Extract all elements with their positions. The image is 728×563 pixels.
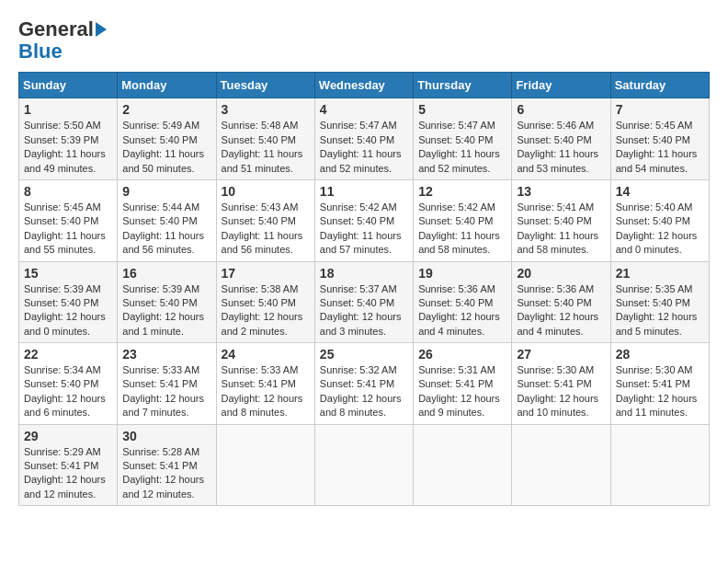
calendar-header-row: SundayMondayTuesdayWednesdayThursdayFrid…	[19, 73, 710, 98]
day-info: Sunrise: 5:33 AM Sunset: 5:41 PM Dayligh…	[222, 363, 310, 420]
day-number: 19	[418, 266, 506, 281]
day-info: Sunrise: 5:37 AM Sunset: 5:40 PM Dayligh…	[320, 282, 408, 339]
day-number: 22	[24, 347, 112, 362]
daylight-label: Daylight: 12 hours and 5 minutes.	[616, 311, 698, 336]
calendar-cell: 1 Sunrise: 5:50 AM Sunset: 5:39 PM Dayli…	[19, 98, 118, 180]
calendar-cell: 11 Sunrise: 5:42 AM Sunset: 5:40 PM Dayl…	[314, 179, 413, 261]
logo-blue: Blue	[18, 40, 63, 63]
day-number: 26	[418, 347, 506, 362]
sunset-label: Sunset: 5:40 PM	[517, 297, 591, 308]
day-number: 30	[122, 429, 210, 443]
daylight-label: Daylight: 12 hours and 10 minutes.	[517, 393, 598, 418]
day-info: Sunrise: 5:34 AM Sunset: 5:40 PM Dayligh…	[24, 363, 112, 420]
sunrise-label: Sunrise: 5:43 AM	[222, 201, 299, 213]
sunrise-label: Sunrise: 5:37 AM	[320, 283, 397, 294]
daylight-label: Daylight: 11 hours and 54 minutes.	[616, 148, 698, 173]
sunrise-label: Sunrise: 5:33 AM	[222, 364, 299, 375]
day-info: Sunrise: 5:30 AM Sunset: 5:41 PM Dayligh…	[517, 363, 605, 420]
sunrise-label: Sunrise: 5:35 AM	[616, 283, 693, 294]
sunset-label: Sunset: 5:40 PM	[616, 297, 690, 308]
sunrise-label: Sunrise: 5:44 AM	[122, 201, 199, 213]
page-header: General Blue	[18, 18, 710, 63]
day-info: Sunrise: 5:41 AM Sunset: 5:40 PM Dayligh…	[517, 201, 605, 258]
calendar-cell: 18 Sunrise: 5:37 AM Sunset: 5:40 PM Dayl…	[314, 261, 413, 343]
daylight-label: Daylight: 11 hours and 57 minutes.	[320, 230, 402, 255]
sunset-label: Sunset: 5:41 PM	[616, 378, 690, 389]
day-info: Sunrise: 5:44 AM Sunset: 5:40 PM Dayligh…	[122, 201, 210, 258]
day-number: 17	[222, 266, 310, 281]
day-number: 14	[616, 184, 704, 199]
calendar-week-row: 8 Sunrise: 5:45 AM Sunset: 5:40 PM Dayli…	[19, 179, 710, 261]
sunrise-label: Sunrise: 5:38 AM	[222, 283, 299, 294]
day-info: Sunrise: 5:29 AM Sunset: 5:41 PM Dayligh…	[24, 445, 112, 502]
calendar-cell: 7 Sunrise: 5:45 AM Sunset: 5:40 PM Dayli…	[610, 98, 709, 180]
day-info: Sunrise: 5:30 AM Sunset: 5:41 PM Dayligh…	[616, 363, 704, 420]
logo-arrow-icon	[96, 22, 107, 37]
sunrise-label: Sunrise: 5:49 AM	[122, 120, 199, 131]
calendar-cell: 14 Sunrise: 5:40 AM Sunset: 5:40 PM Dayl…	[610, 179, 709, 261]
day-number: 29	[24, 429, 112, 443]
weekday-header-saturday: Saturday	[610, 73, 709, 98]
day-number: 13	[517, 184, 605, 199]
sunset-label: Sunset: 5:40 PM	[122, 134, 197, 145]
sunset-label: Sunset: 5:40 PM	[222, 297, 296, 308]
sunset-label: Sunset: 5:40 PM	[24, 297, 98, 308]
calendar-cell	[216, 424, 314, 506]
calendar-cell: 21 Sunrise: 5:35 AM Sunset: 5:40 PM Dayl…	[610, 261, 709, 343]
day-info: Sunrise: 5:42 AM Sunset: 5:40 PM Dayligh…	[418, 201, 506, 258]
daylight-label: Daylight: 12 hours and 9 minutes.	[418, 393, 500, 418]
calendar-cell: 15 Sunrise: 5:39 AM Sunset: 5:40 PM Dayl…	[19, 261, 118, 343]
sunset-label: Sunset: 5:41 PM	[122, 378, 197, 389]
calendar-cell: 24 Sunrise: 5:33 AM Sunset: 5:41 PM Dayl…	[216, 343, 314, 425]
calendar-cell: 28 Sunrise: 5:30 AM Sunset: 5:41 PM Dayl…	[610, 343, 709, 425]
day-info: Sunrise: 5:31 AM Sunset: 5:41 PM Dayligh…	[418, 363, 506, 420]
sunset-label: Sunset: 5:40 PM	[24, 215, 98, 226]
weekday-header-tuesday: Tuesday	[216, 73, 314, 98]
sunrise-label: Sunrise: 5:39 AM	[122, 283, 199, 294]
daylight-label: Daylight: 12 hours and 8 minutes.	[320, 393, 402, 418]
calendar-cell: 3 Sunrise: 5:48 AM Sunset: 5:40 PM Dayli…	[216, 98, 314, 180]
sunset-label: Sunset: 5:40 PM	[320, 134, 394, 145]
daylight-label: Daylight: 11 hours and 55 minutes.	[24, 230, 106, 255]
day-info: Sunrise: 5:43 AM Sunset: 5:40 PM Dayligh…	[222, 201, 310, 258]
sunset-label: Sunset: 5:41 PM	[24, 460, 98, 471]
calendar-week-row: 29 Sunrise: 5:29 AM Sunset: 5:41 PM Dayl…	[19, 424, 710, 506]
sunrise-label: Sunrise: 5:47 AM	[320, 120, 397, 131]
day-info: Sunrise: 5:49 AM Sunset: 5:40 PM Dayligh…	[122, 119, 210, 176]
day-info: Sunrise: 5:39 AM Sunset: 5:40 PM Dayligh…	[122, 282, 210, 339]
day-number: 18	[320, 266, 408, 281]
sunset-label: Sunset: 5:40 PM	[320, 215, 394, 226]
calendar-cell: 5 Sunrise: 5:47 AM Sunset: 5:40 PM Dayli…	[414, 98, 512, 180]
calendar-cell	[314, 424, 413, 506]
sunrise-label: Sunrise: 5:31 AM	[418, 364, 495, 375]
calendar-cell: 10 Sunrise: 5:43 AM Sunset: 5:40 PM Dayl…	[216, 179, 314, 261]
calendar-cell: 22 Sunrise: 5:34 AM Sunset: 5:40 PM Dayl…	[19, 343, 118, 425]
daylight-label: Daylight: 12 hours and 0 minutes.	[616, 230, 698, 255]
day-number: 9	[122, 184, 210, 199]
calendar-cell	[610, 424, 709, 506]
daylight-label: Daylight: 11 hours and 53 minutes.	[517, 148, 598, 173]
sunset-label: Sunset: 5:40 PM	[24, 378, 98, 389]
sunset-label: Sunset: 5:40 PM	[122, 215, 197, 226]
daylight-label: Daylight: 12 hours and 0 minutes.	[24, 311, 106, 336]
calendar-cell: 12 Sunrise: 5:42 AM Sunset: 5:40 PM Dayl…	[414, 179, 512, 261]
sunset-label: Sunset: 5:41 PM	[222, 378, 296, 389]
day-info: Sunrise: 5:48 AM Sunset: 5:40 PM Dayligh…	[222, 119, 310, 176]
day-info: Sunrise: 5:46 AM Sunset: 5:40 PM Dayligh…	[517, 119, 605, 176]
day-info: Sunrise: 5:28 AM Sunset: 5:41 PM Dayligh…	[122, 445, 210, 502]
sunrise-label: Sunrise: 5:45 AM	[24, 201, 101, 213]
day-number: 12	[418, 184, 506, 199]
calendar-week-row: 15 Sunrise: 5:39 AM Sunset: 5:40 PM Dayl…	[19, 261, 710, 343]
sunset-label: Sunset: 5:40 PM	[320, 297, 394, 308]
sunrise-label: Sunrise: 5:46 AM	[517, 120, 594, 131]
sunset-label: Sunset: 5:40 PM	[122, 297, 197, 308]
weekday-header-wednesday: Wednesday	[314, 73, 413, 98]
daylight-label: Daylight: 11 hours and 50 minutes.	[122, 148, 204, 173]
day-number: 23	[122, 347, 210, 362]
calendar-cell: 17 Sunrise: 5:38 AM Sunset: 5:40 PM Dayl…	[216, 261, 314, 343]
calendar-cell: 25 Sunrise: 5:32 AM Sunset: 5:41 PM Dayl…	[314, 343, 413, 425]
calendar-week-row: 1 Sunrise: 5:50 AM Sunset: 5:39 PM Dayli…	[19, 98, 710, 180]
sunrise-label: Sunrise: 5:30 AM	[517, 364, 594, 375]
daylight-label: Daylight: 12 hours and 3 minutes.	[320, 311, 402, 336]
calendar-cell: 30 Sunrise: 5:28 AM Sunset: 5:41 PM Dayl…	[118, 424, 216, 506]
